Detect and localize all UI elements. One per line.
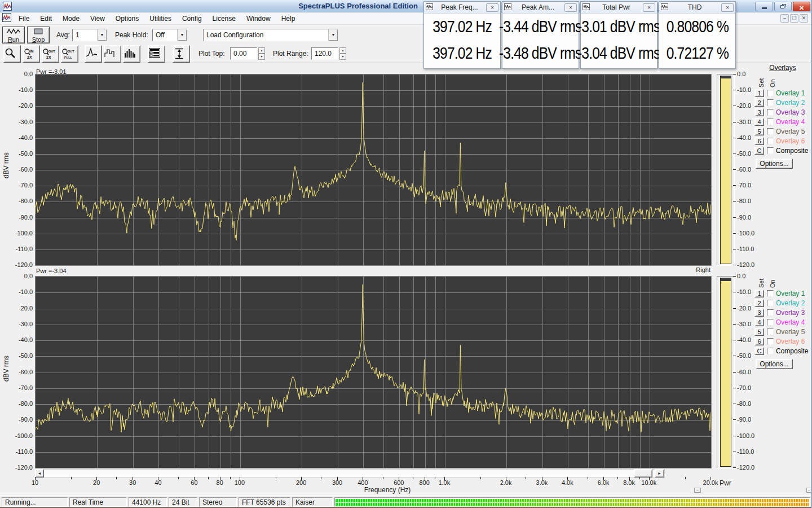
panel-close-icon[interactable]: ✕ — [721, 3, 734, 12]
waveform-icon — [7, 28, 20, 34]
chevron-down-icon[interactable]: ▼ — [177, 29, 187, 41]
y-tick-mark — [733, 217, 736, 218]
menu-options[interactable]: Options — [111, 13, 144, 24]
peak-hold-combo[interactable]: Off ▼ — [152, 29, 187, 41]
overlay-options-button[interactable]: Options... — [756, 359, 793, 369]
panel-titlebar[interactable]: Peak Am...✕ — [502, 2, 579, 14]
menu-utilities[interactable]: Utilities — [144, 13, 177, 24]
overlay-set-button-4[interactable]: 4 — [754, 118, 764, 126]
scroll-right-button[interactable]: ► — [655, 469, 664, 478]
y-tick-label: 0.0 — [737, 71, 745, 77]
overlay-on-checkbox[interactable] — [767, 138, 774, 144]
menu-config[interactable]: Config — [177, 13, 208, 24]
overlay-set-button-1[interactable]: 1 — [754, 290, 764, 297]
overlay-on-checkbox[interactable] — [767, 309, 774, 316]
overlay-on-checkbox[interactable] — [767, 147, 774, 154]
overlay-set-button-3[interactable]: 3 — [754, 108, 764, 116]
level-meter-left — [717, 74, 735, 266]
chevron-down-icon[interactable]: ▼ — [97, 29, 107, 41]
overlay-set-button-6[interactable]: 6 — [754, 338, 764, 345]
menu-window[interactable]: Window — [241, 13, 276, 24]
y-tick-mark — [733, 340, 736, 340]
stop-button[interactable]: Stop — [27, 27, 50, 43]
menu-edit[interactable]: Edit — [35, 13, 58, 24]
overlay-options-button[interactable]: Options... — [756, 159, 793, 169]
plot-range-spinner[interactable]: ▲▼ — [339, 47, 346, 60]
mdi-close-button[interactable]: ✕ — [800, 14, 808, 23]
spin-up-icon[interactable]: ▲ — [339, 47, 346, 54]
overlay-on-checkbox[interactable] — [767, 128, 774, 135]
menu-license[interactable]: License — [208, 13, 241, 24]
overlay-set-button-5[interactable]: 5 — [754, 128, 764, 135]
panel-close-icon[interactable]: ✕ — [486, 3, 498, 12]
overlay-on-checkbox[interactable] — [767, 338, 774, 345]
menu-file[interactable]: File — [14, 13, 35, 24]
menu-help[interactable]: Help — [276, 13, 301, 24]
load-configuration-combo[interactable]: Load Configuration ▼ — [203, 29, 338, 41]
spin-minus-box[interactable]: – — [694, 488, 701, 493]
display-settings-button[interactable] — [148, 45, 165, 63]
overlays-title: Overlays — [754, 64, 811, 72]
zoom-out-full-button[interactable]: OUTFULL — [61, 45, 78, 63]
overlay-set-button-5[interactable]: 5 — [754, 328, 764, 336]
panel-close-icon[interactable]: ✕ — [564, 3, 577, 12]
menu-mode[interactable]: Mode — [58, 13, 85, 24]
panel-titlebar[interactable]: THD✕ — [659, 2, 735, 14]
panel-value-left: -3.01 dBV rms — [581, 14, 657, 40]
overlay-set-button-c[interactable]: C — [754, 147, 764, 155]
scrollbar-thumb[interactable] — [634, 469, 652, 478]
plot-top-input[interactable]: 0.00 — [230, 47, 257, 60]
overlay-on-checkbox[interactable] — [767, 329, 774, 335]
overlay-set-button-4[interactable]: 4 — [754, 318, 764, 326]
zoom-button[interactable] — [3, 45, 21, 63]
y-tick-label: -110.0 — [0, 448, 33, 455]
spectrum-plot-right[interactable] — [35, 276, 712, 468]
overlay-set-button-2[interactable]: 2 — [754, 99, 764, 107]
overlay-on-checkbox[interactable] — [767, 319, 774, 326]
overlay-on-checkbox[interactable] — [767, 300, 774, 306]
spin-down-icon[interactable]: ▼ — [339, 54, 346, 60]
chevron-down-icon[interactable]: ▼ — [328, 29, 338, 41]
overlay-set-button-3[interactable]: 3 — [754, 309, 764, 317]
vertical-scale-button[interactable] — [173, 45, 190, 63]
overlay-on-checkbox[interactable] — [767, 290, 774, 297]
step-plot-button[interactable] — [104, 45, 121, 63]
panel-close-icon[interactable]: ✕ — [643, 3, 655, 12]
plot-top-spinner[interactable]: ▲▼ — [258, 47, 265, 60]
menu-view[interactable]: View — [85, 13, 111, 24]
bar-plot-button[interactable] — [123, 45, 140, 63]
restore-button[interactable] — [774, 2, 792, 11]
minimize-button[interactable] — [755, 2, 773, 11]
mdi-restore-button[interactable]: ❐ — [790, 14, 798, 23]
avg-combo[interactable]: 1 ▼ — [72, 29, 107, 41]
zoom-in-2x-button[interactable]: IN2X — [23, 45, 40, 63]
overlay-on-checkbox[interactable] — [767, 99, 774, 106]
overlay-set-button-c[interactable]: C — [754, 347, 764, 355]
overlay-set-button-1[interactable]: 1 — [754, 89, 764, 97]
overlay-on-checkbox[interactable] — [767, 109, 774, 116]
panel-value-right: -3.48 dBV rms — [502, 40, 579, 67]
pwr-meter-label: Pwr — [720, 479, 731, 487]
y-tick-mark — [733, 276, 736, 277]
overlay-on-checkbox[interactable] — [767, 348, 774, 354]
panel-titlebar[interactable]: Total Pwr✕ — [581, 2, 657, 14]
overlays-panel-bottom: Set On 1Overlay 12Overlay 23Overlay 34Ov… — [754, 273, 811, 369]
overlay-on-checkbox[interactable] — [767, 90, 774, 97]
run-button[interactable]: Run — [2, 27, 25, 43]
y-tick-mark — [733, 404, 736, 404]
plot-range-input[interactable]: 120.0 — [311, 47, 338, 60]
close-button[interactable]: ✕ — [793, 2, 810, 11]
overlay-label: Overlay 5 — [776, 128, 805, 135]
line-plot-button[interactable] — [85, 45, 102, 63]
scroll-left-button[interactable]: ◄ — [35, 469, 44, 478]
panel-titlebar[interactable]: Peak Freq...✕ — [424, 2, 500, 14]
mdi-minimize-button[interactable]: – — [780, 14, 789, 23]
zoom-out-2x-button[interactable]: OUT2X — [42, 45, 59, 63]
spin-up-icon[interactable]: ▲ — [258, 47, 265, 54]
overlay-on-checkbox[interactable] — [767, 119, 774, 125]
horizontal-scrollbar[interactable]: ◄ ► — [35, 469, 665, 478]
overlay-set-button-2[interactable]: 2 — [754, 299, 764, 307]
overlay-set-button-6[interactable]: 6 — [754, 137, 764, 145]
spin-down-icon[interactable]: ▼ — [258, 54, 265, 60]
spectrum-plot-left[interactable] — [35, 74, 712, 266]
